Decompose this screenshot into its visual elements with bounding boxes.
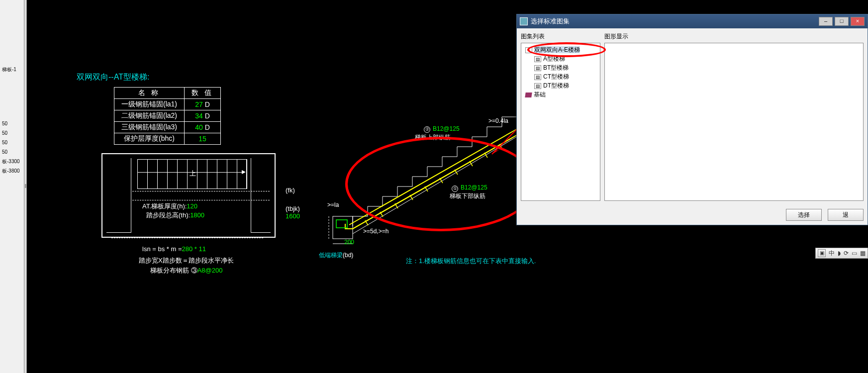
main-note: 注：1.楼梯板钢筋信息也可在下表中直接输入.: [406, 257, 536, 266]
plan-thickness-label: AT.梯板厚度(h):120: [142, 202, 197, 211]
dim-right-group: (fk) (tbjk) 1600: [286, 186, 300, 220]
status-toolbar[interactable]: ▣ 中 ◗ ⟳ ▭ ▦: [815, 248, 868, 259]
low-5d-dim: >=5d,>=h: [363, 228, 388, 235]
table-cell: 保护层厚度(bhc): [114, 133, 185, 145]
maximize-button[interactable]: □: [835, 17, 849, 26]
table-header: 数 值: [185, 88, 221, 99]
table-header: 名 称: [114, 88, 185, 99]
table-cell: 一级钢筋锚固(la1): [114, 99, 185, 110]
tree-item[interactable]: 50: [0, 138, 24, 147]
tree-item[interactable]: 板-3300: [0, 157, 24, 166]
table-cell: 三级钢筋锚固(la3): [114, 122, 185, 133]
plan-view: AT.梯板厚度(h):120 踏步段总高(th):1800 上: [101, 153, 276, 238]
low-beam-label: 低端梯梁(bd): [319, 251, 353, 260]
note-rebar: 梯板分布钢筋 ③A8@200: [150, 266, 222, 275]
tree-item[interactable]: 板-3800: [0, 166, 24, 176]
preview-panel: [604, 43, 864, 201]
tree-item[interactable]: 50: [0, 119, 24, 128]
plan-height-label: 踏步段总高(th):1800: [146, 211, 204, 220]
toolbar-icon[interactable]: ▦: [860, 250, 866, 257]
toolbar-icon[interactable]: ◗: [838, 250, 841, 257]
toolbar-text[interactable]: 中: [829, 249, 835, 258]
left-tree-panel[interactable]: 梯板-1 50 50 50 50 板-3300 板-3800: [0, 0, 24, 373]
tree-item[interactable]: ▤CT型楼梯: [534, 72, 598, 81]
tree-item[interactable]: 50: [0, 147, 24, 157]
top-rebar-num: ②: [424, 125, 431, 133]
note-step: 踏步宽X踏步数＝踏步段水平净长: [139, 256, 234, 265]
dialog-titlebar[interactable]: 选择标准图集 – □ ×: [517, 14, 868, 28]
low-200: 200: [344, 239, 354, 246]
atlas-tree[interactable]: –双网双向A-E楼梯 ▤A型楼梯 ▤BT型楼梯 ▤CT型楼梯 ▤DT型楼梯 基础: [521, 43, 600, 201]
table-cell: 27 D: [185, 99, 221, 110]
tree-item[interactable]: ▤DT型楼梯: [534, 81, 598, 90]
toolbar-icon[interactable]: ▣: [818, 249, 826, 257]
close-button[interactable]: ×: [851, 17, 865, 26]
red-circled-tree-item: [527, 42, 606, 57]
preview-panel-label: 图形显示: [604, 32, 864, 41]
dim-dash: [111, 238, 263, 238]
table-cell: 34 D: [185, 110, 221, 122]
tree-item[interactable]: 50: [0, 128, 24, 138]
toolbar-icon[interactable]: ⟳: [844, 250, 849, 257]
toolbar-icon[interactable]: ▭: [852, 250, 857, 257]
table-cell: 15: [185, 133, 221, 145]
left-dim: >=la: [327, 201, 339, 208]
table-cell: 二级钢筋锚固(la2): [114, 110, 185, 122]
drawing-title: 双网双向--AT型楼梯:: [77, 72, 149, 83]
up-direction-label: 上: [190, 169, 196, 178]
tree-panel-label: 图集列表: [521, 32, 600, 41]
table-cell: 40 D: [185, 122, 221, 133]
tree-item[interactable]: ▤BT型楼梯: [534, 63, 598, 72]
tree-item[interactable]: 梯板-1: [0, 65, 24, 74]
top-rebar-spec[interactable]: B12@125: [433, 125, 460, 132]
dialog-title: 选择标准图集: [531, 17, 570, 26]
select-button[interactable]: 选择: [786, 209, 822, 221]
app-icon: [520, 17, 528, 25]
minimize-button[interactable]: –: [819, 17, 833, 26]
tree-item[interactable]: 基础: [525, 90, 598, 99]
dim-bottom: lsn = bs * m =280 * 11: [142, 245, 206, 253]
cancel-button[interactable]: 退: [828, 209, 864, 221]
parameter-table: 名 称 数 值 一级钢筋锚固(la1) 27 D 二级钢筋锚固(la2) 34 …: [114, 87, 221, 145]
